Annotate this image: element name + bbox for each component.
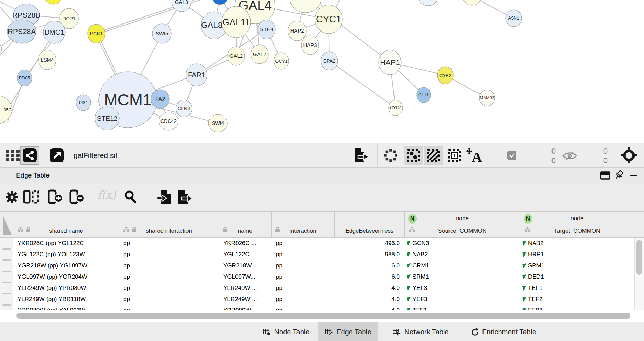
network-node-ASN1[interactable]: ASN1 (506, 10, 522, 27)
network-canvas[interactable]: 05CRPS28BRPS28ADCP1DMC1PCK1LSM4PDC5SWI5G… (0, 0, 644, 143)
cell-shared-interaction[interactable]: pp (119, 238, 219, 249)
panel-title-dropdown[interactable]: Edge Table (16, 168, 49, 183)
pin-panel-button[interactable] (615, 170, 624, 181)
network-edge[interactable] (96, 0, 210, 33)
network-node-05C[interactable]: 05C (0, 95, 12, 124)
network-node-cut-left[interactable] (0, 43, 2, 55)
network-node-GAL3[interactable]: GAL3 (172, 0, 191, 12)
column-header-interaction[interactable]: interaction (272, 212, 335, 237)
network-node-HAP1[interactable]: HAP1 (379, 50, 401, 75)
cell-interaction[interactable]: pp (272, 238, 335, 249)
open-in-window-button[interactable] (50, 148, 64, 162)
table-row[interactable]: YPR080W (pp) YAL003WppYPR080W...pp4.0TEF… (0, 305, 634, 310)
network-node-SWI4[interactable]: SWI4 (208, 114, 227, 132)
export-network-image-button[interactable] (353, 148, 370, 163)
cell-name[interactable]: YKR026C ... (219, 238, 272, 249)
delete-column-button[interactable] (69, 189, 85, 204)
cell-shared-interaction[interactable]: pp (119, 283, 219, 294)
network-node-DMC1[interactable]: DMC1 (43, 21, 65, 43)
table-row[interactable]: YLR249W (pp) YPR080WppYLR249W ...pp4.0YE… (0, 283, 634, 294)
minimize-panel-button[interactable] (630, 175, 637, 176)
network-node-SPA2[interactable]: SPA2 (321, 52, 338, 70)
cell-edge-betweenness[interactable]: 6.0 (335, 260, 400, 271)
select-nodes-mode-button[interactable] (404, 146, 423, 165)
cell-interaction[interactable]: pp (272, 260, 335, 271)
cell-name[interactable]: YGR218W... (219, 260, 272, 271)
tab-node-table[interactable]: Node Table (255, 322, 317, 341)
function-builder-button[interactable]: f(x) (97, 188, 116, 201)
cell-name[interactable]: YLR249W ... (219, 294, 272, 305)
network-node-CLN3[interactable]: CLN3 (176, 100, 192, 117)
network-node-HAP3[interactable]: HAP3 (301, 36, 319, 55)
cell-shared-name[interactable]: YGL097W (pp) YOR204W (13, 271, 119, 283)
network-node-STE12[interactable]: STE12 (95, 107, 119, 130)
cell-name[interactable]: YPR080W... (219, 305, 272, 310)
network-node-GAL2[interactable]: GAL2 (228, 47, 245, 65)
cell-shared-name[interactable]: YGR218W (pp) YGL097W (13, 260, 119, 271)
network-node-cut-blue[interactable] (212, 0, 228, 5)
tab-edge-table[interactable]: Edge Table (318, 322, 378, 341)
cell-shared-name[interactable]: YLR249W (pp) YPR080W (13, 283, 119, 294)
network-node-SWI5[interactable]: SWI5 (152, 24, 171, 43)
cell-shared-name[interactable]: YLR249W (pp) YBR118W (13, 294, 119, 305)
cell-shared-interaction[interactable]: pp (119, 271, 219, 283)
network-node-PCK1[interactable]: PCK1 (88, 24, 105, 43)
network-node-PDC5[interactable]: PDC5 (17, 70, 32, 86)
hidden-visibility-eye-icon[interactable] (562, 151, 577, 161)
cell-shared-interaction[interactable]: pp (119, 249, 219, 260)
cell-target-common[interactable]: TEF2 (520, 294, 634, 305)
cell-interaction[interactable]: pp (272, 305, 335, 310)
tab-enrichment-table[interactable]: Enrichment Table (462, 322, 545, 341)
import-table-button[interactable] (157, 189, 173, 205)
cell-edge-betweenness[interactable]: 4.0 (335, 294, 400, 305)
horizontal-scrollbar[interactable] (0, 310, 644, 322)
create-column-button[interactable] (48, 189, 64, 204)
column-header-edge-betweenness[interactable]: EdgeBetweenness (335, 212, 405, 237)
network-view-button[interactable] (20, 146, 39, 165)
network-node-CDC42[interactable]: CDC42 (159, 112, 178, 130)
network-edge[interactable] (306, 0, 390, 62)
network-node-CTT1[interactable]: CTT1 (417, 87, 431, 103)
cell-interaction[interactable]: pp (272, 271, 335, 283)
network-node-LSM4[interactable]: LSM4 (39, 50, 56, 70)
table-row[interactable]: YLR249W (pp) YBR118WppYLR249W ...pp4.0YE… (0, 294, 634, 305)
cell-edge-betweenness[interactable]: 6.0 (335, 271, 400, 283)
cell-shared-name[interactable]: YPR080W (pp) YAL003W (13, 305, 119, 310)
column-header-target-common[interactable]: N node Target_COMMON (520, 212, 634, 237)
cell-source-common[interactable]: NAB2 (405, 249, 520, 260)
cell-shared-interaction[interactable]: pp (119, 260, 219, 271)
cell-source-common[interactable]: YEF3 (405, 283, 520, 294)
network-node-MAM33[interactable]: MAM33 (479, 90, 495, 106)
network-node-GAL7[interactable]: GAL7 (251, 45, 268, 64)
export-table-button[interactable] (177, 189, 194, 205)
vertical-scrollbar-thumb[interactable] (636, 240, 642, 275)
cell-edge-betweenness[interactable]: 4.0 (335, 283, 400, 294)
column-header-name[interactable]: name (219, 212, 272, 237)
hide-objects-checkbox[interactable] (507, 151, 516, 160)
network-node-FA2[interactable]: FA2 (151, 90, 169, 109)
cell-target-common[interactable]: EFB1 (520, 305, 634, 310)
cell-interaction[interactable]: pp (272, 294, 335, 305)
horizontal-scrollbar-thumb[interactable] (16, 313, 630, 319)
cell-shared-interaction[interactable]: pp (119, 305, 219, 310)
cell-target-common[interactable]: SRM1 (520, 260, 634, 271)
cell-target-common[interactable]: DED1 (520, 271, 634, 283)
search-table-button[interactable] (124, 190, 137, 204)
cell-interaction[interactable]: pp (272, 249, 335, 260)
cell-source-common[interactable]: YEF3 (405, 294, 520, 305)
move-labels-mode-button[interactable]: A (466, 148, 483, 163)
cell-shared-interaction[interactable]: pp (119, 294, 219, 305)
network-node-FAR1[interactable]: FAR1 (186, 64, 207, 86)
network-node-CYC1[interactable]: CYC1 (315, 5, 342, 34)
vertical-scrollbar[interactable] (634, 238, 644, 310)
network-node-RPS28A[interactable]: RPS28A (7, 20, 36, 43)
cell-name[interactable]: YGL097W... (219, 271, 272, 283)
select-annotations-mode-button[interactable]: T (448, 149, 461, 162)
cell-source-common[interactable]: SRM1 (405, 271, 520, 283)
table-row[interactable]: YKR026C (pp) YGL122CppYKR026C ...pp496.0… (0, 238, 634, 249)
show-hide-columns-button[interactable] (23, 190, 39, 204)
float-panel-button[interactable] (600, 171, 610, 180)
network-node-PIS1[interactable]: PIS1 (76, 95, 91, 111)
cell-interaction[interactable]: pp (272, 283, 335, 294)
cell-source-common[interactable]: TEF1 (405, 305, 520, 310)
